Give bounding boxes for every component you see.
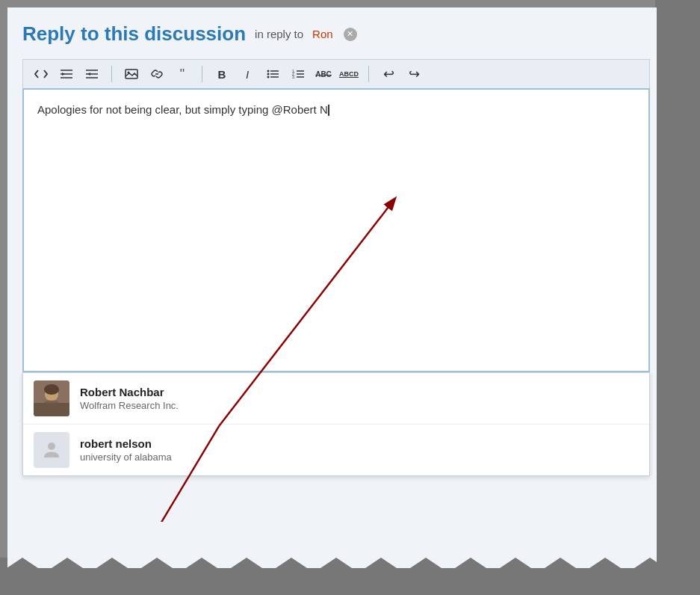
redo-button[interactable]: ↪ [403, 64, 424, 84]
suggestion-item-0[interactable]: Robert Nachbar Wolfram Research Inc. [23, 373, 649, 425]
underline-button[interactable]: ABCD [338, 64, 359, 84]
suggestion-info-0: Robert Nachbar Wolfram Research Inc. [80, 386, 179, 411]
svg-point-11 [267, 70, 270, 73]
toolbar-divider-3 [368, 66, 369, 82]
svg-marker-34 [657, 0, 700, 595]
quote-button[interactable]: " [172, 64, 193, 84]
svg-point-13 [267, 73, 270, 75]
editor-area[interactable]: Apologies for not being clear, but simpl… [22, 88, 650, 372]
svg-marker-3 [62, 73, 65, 75]
indent-right-button[interactable] [81, 64, 102, 84]
unordered-list-button[interactable] [262, 64, 283, 84]
reply-to-name: Ron [312, 28, 333, 40]
avatar-robert-nelson [34, 432, 69, 468]
svg-marker-7 [87, 73, 90, 75]
title-row: Reply to this discussion in reply to Ron… [22, 22, 650, 46]
strikethrough-button[interactable]: ABC [313, 64, 334, 84]
toolbar-divider-2 [202, 66, 202, 82]
editor-text: Apologies for not being clear, but simpl… [37, 103, 328, 116]
suggestion-org-0: Wolfram Research Inc. [80, 400, 179, 411]
svg-point-15 [267, 76, 270, 78]
svg-text:3.: 3. [292, 75, 295, 79]
toolbar-group-format: B I 1.2.3. ABC ABCD [211, 64, 359, 84]
indent-left-button[interactable] [56, 64, 77, 84]
source-button[interactable] [31, 64, 52, 84]
editor-toolbar: " B I 1.2.3. ABC ABCD ↩ ↪ [22, 59, 650, 88]
toolbar-group-history: ↩ ↪ [378, 64, 424, 84]
svg-point-33 [48, 443, 55, 450]
close-reply-button[interactable]: ✕ [344, 28, 357, 41]
italic-button[interactable]: I [237, 64, 258, 84]
suggestion-item-1[interactable]: robert nelson university of alabama [23, 425, 649, 475]
editor-content: Apologies for not being clear, but simpl… [37, 102, 635, 119]
suggestion-org-1: university of alabama [80, 451, 172, 463]
suggestion-info-1: robert nelson university of alabama [80, 437, 172, 463]
bold-button[interactable]: B [211, 64, 232, 84]
page-title: Reply to this discussion [22, 22, 246, 46]
suggestion-dropdown: Robert Nachbar Wolfram Research Inc. rob… [22, 372, 650, 476]
svg-marker-35 [0, 554, 700, 595]
ordered-list-button[interactable]: 1.2.3. [288, 64, 309, 84]
toolbar-group-source [31, 64, 102, 84]
toolbar-divider-1 [111, 66, 112, 82]
undo-button[interactable]: ↩ [378, 64, 399, 84]
toolbar-group-media: " [121, 64, 193, 84]
text-cursor [328, 105, 329, 116]
link-button[interactable] [146, 64, 167, 84]
suggestion-name-1: robert nelson [80, 437, 172, 450]
image-button[interactable] [121, 64, 142, 84]
in-reply-label: in reply to [255, 28, 303, 40]
svg-rect-30 [34, 403, 69, 416]
svg-point-32 [44, 384, 59, 395]
avatar-robert-nachbar [34, 380, 69, 416]
suggestion-name-0: Robert Nachbar [80, 386, 179, 398]
